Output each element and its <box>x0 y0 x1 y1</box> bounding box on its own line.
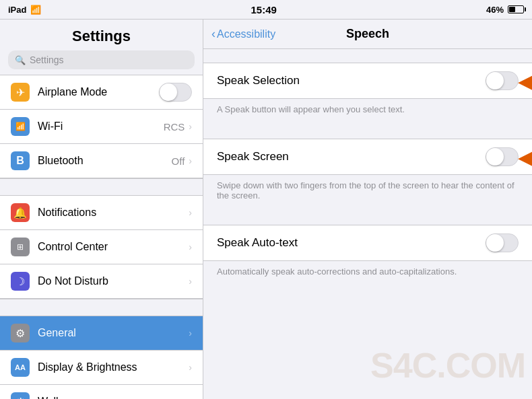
search-bar[interactable]: 🔍 Settings <box>8 50 195 69</box>
speak-screen-toggle-thumb <box>486 148 504 166</box>
speak-screen-row: Speak Screen ◀ <box>203 139 532 174</box>
notifications-chevron: › <box>189 207 192 218</box>
wallpaper-icon: ❋ <box>11 392 30 399</box>
back-label: Accessibility <box>217 28 275 40</box>
back-button[interactable]: ‹ Accessibility <box>211 27 275 41</box>
speak-selection-group: Speak Selection ◀ <box>203 63 532 99</box>
speak-auto-text-toggle[interactable] <box>486 233 519 252</box>
speak-auto-text-group: Speak Auto-text <box>203 225 532 261</box>
battery-icon <box>508 5 524 13</box>
speak-selection-toggle-thumb <box>486 72 504 89</box>
speak-screen-label: Speak Screen <box>217 150 486 164</box>
speak-auto-text-toggle-thumb <box>486 234 504 252</box>
gap-right1 <box>203 122 532 139</box>
panel-title: Speech <box>346 27 389 41</box>
speak-auto-text-label: Speak Auto-text <box>217 236 486 250</box>
notifications-label: Notifications <box>38 207 189 219</box>
speak-screen-group: Speak Screen ◀ <box>203 139 532 175</box>
bluetooth-value: Off <box>172 155 185 167</box>
gap2 <box>0 299 203 316</box>
settings-group-connectivity: ✈ Airplane Mode 📶 Wi-Fi RCS › B Bluetoot… <box>0 75 203 179</box>
gap-right2 <box>203 209 532 225</box>
bluetooth-label: Bluetooth <box>38 155 172 167</box>
speak-auto-text-description: Automatically speak auto-corrections and… <box>203 261 532 285</box>
search-placeholder: Settings <box>30 55 64 65</box>
wifi-icon: 📶 <box>30 5 41 15</box>
display-brightness-label: Display & Brightness <box>38 361 189 373</box>
sidebar-item-general[interactable]: ⚙ General › <box>0 316 203 351</box>
do-not-disturb-label: Do Not Disturb <box>38 275 189 287</box>
general-icon: ⚙ <box>11 324 30 342</box>
airplane-mode-label: Airplane Mode <box>38 86 159 98</box>
battery-fill <box>509 7 515 12</box>
bluetooth-chevron: › <box>189 155 192 166</box>
general-label: General <box>38 327 189 339</box>
sidebar-item-do-not-disturb[interactable]: ☽ Do Not Disturb › <box>0 264 203 299</box>
speak-selection-label: Speak Selection <box>217 74 486 87</box>
do-not-disturb-chevron: › <box>189 276 192 287</box>
sidebar-item-control-center[interactable]: ⊞ Control Center › <box>0 230 203 264</box>
sidebar: Settings 🔍 Settings ✈ Airplane Mode 📶 Wi… <box>0 20 203 399</box>
speak-selection-description: A Speak button will appear when you sele… <box>203 99 532 122</box>
sidebar-item-wallpaper[interactable]: ❋ Wallpaper › <box>0 385 203 399</box>
status-left: iPad 📶 <box>8 5 41 15</box>
notifications-icon: 🔔 <box>11 203 30 222</box>
settings-group-system: 🔔 Notifications › ⊞ Control Center › ☽ D… <box>0 195 203 299</box>
wifi-nav-icon: 📶 <box>11 117 30 136</box>
bluetooth-icon: B <box>11 151 30 170</box>
search-icon: 🔍 <box>15 55 26 65</box>
speak-selection-toggle[interactable] <box>486 71 519 90</box>
sidebar-item-airplane-mode[interactable]: ✈ Airplane Mode <box>0 75 203 110</box>
status-right: 46% <box>486 5 524 15</box>
wifi-chevron: › <box>189 121 192 132</box>
back-chevron-icon: ‹ <box>211 27 215 41</box>
main-layout: Settings 🔍 Settings ✈ Airplane Mode 📶 Wi… <box>0 19 532 399</box>
wifi-label: Wi-Fi <box>38 120 164 133</box>
battery-percent: 46% <box>486 5 504 15</box>
sidebar-item-wifi[interactable]: 📶 Wi-Fi RCS › <box>0 110 203 144</box>
control-center-label: Control Center <box>38 241 189 253</box>
speak-screen-toggle[interactable] <box>486 147 519 166</box>
sidebar-item-bluetooth[interactable]: B Bluetooth Off › <box>0 144 203 178</box>
right-header: ‹ Accessibility Speech <box>203 20 532 49</box>
status-bar: iPad 📶 15:49 46% <box>0 0 532 19</box>
speak-screen-arrow: ◀ <box>518 145 532 169</box>
control-center-icon: ⊞ <box>11 238 30 256</box>
settings-group-apps: ⚙ General › AA Display & Brightness › ❋ … <box>0 316 203 399</box>
sidebar-title: Settings <box>0 20 203 50</box>
display-brightness-chevron: › <box>189 362 192 373</box>
gap1 <box>0 179 203 195</box>
carrier-label: iPad <box>8 5 26 15</box>
watermark: S4C.COM <box>370 345 525 386</box>
do-not-disturb-icon: ☽ <box>11 272 30 291</box>
speak-selection-row: Speak Selection ◀ <box>203 63 532 98</box>
sidebar-item-notifications[interactable]: 🔔 Notifications › <box>0 196 203 230</box>
sidebar-list: ✈ Airplane Mode 📶 Wi-Fi RCS › B Bluetoot… <box>0 75 203 399</box>
control-center-chevron: › <box>189 242 192 252</box>
wifi-value: RCS <box>164 121 185 133</box>
speak-screen-description: Swipe down with two fingers from the top… <box>203 175 532 209</box>
wallpaper-chevron: › <box>189 396 192 399</box>
right-panel: ‹ Accessibility Speech S4C.COM Speak Sel… <box>203 20 532 399</box>
sidebar-item-display-brightness[interactable]: AA Display & Brightness › <box>0 351 203 385</box>
speak-auto-text-row: Speak Auto-text <box>203 225 532 260</box>
right-content: S4C.COM Speak Selection ◀ A Speak button… <box>203 49 532 399</box>
airplane-mode-toggle-thumb <box>160 83 177 101</box>
status-time: 15:49 <box>251 4 277 15</box>
display-brightness-icon: AA <box>11 358 30 377</box>
wallpaper-label: Wallpaper <box>38 396 189 399</box>
general-chevron: › <box>189 328 192 338</box>
airplane-mode-toggle[interactable] <box>159 83 192 102</box>
speak-selection-arrow: ◀ <box>518 69 532 93</box>
airplane-mode-icon: ✈ <box>11 83 30 102</box>
